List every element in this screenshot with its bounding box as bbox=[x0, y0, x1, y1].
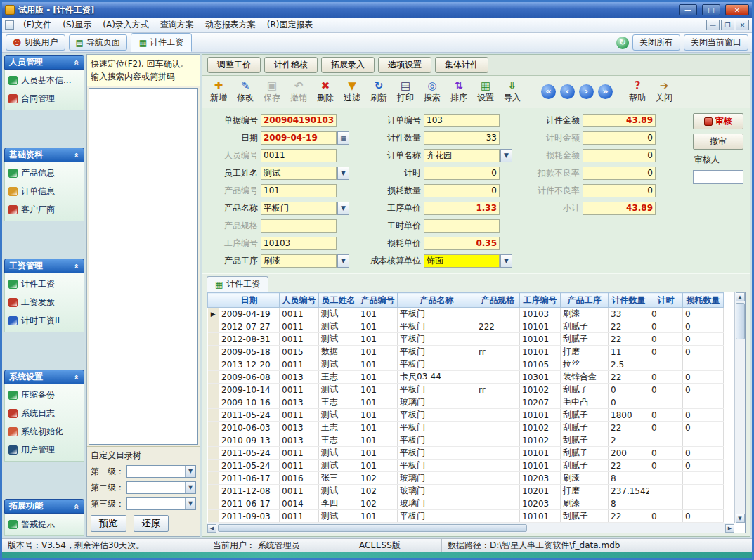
menu-item-query-plan[interactable]: 查询方案 bbox=[155, 18, 200, 32]
tree-level1-select[interactable]: ▼ bbox=[126, 465, 196, 478]
sidebar-group-header-base-data[interactable]: 基础资料« bbox=[4, 148, 84, 162]
table-row[interactable]: 2011-05-240011测试101平板门10101刮腻子180000 bbox=[208, 409, 724, 422]
nav-page-button[interactable]: ▤ 导航页面 bbox=[69, 34, 127, 51]
nav-first-button[interactable]: « bbox=[541, 84, 556, 99]
tab-group-piece[interactable]: 集体计件 bbox=[435, 57, 488, 73]
vertical-scrollbar[interactable]: ▲ ▼ bbox=[734, 292, 745, 523]
column-header-proc-name[interactable]: 产品工序 bbox=[561, 293, 609, 308]
table-row[interactable]: 2012-07-270011测试101平板门22210101刮腻子2200 bbox=[208, 320, 724, 333]
sidebar-group-header-personnel[interactable]: 人员管理« bbox=[4, 55, 84, 70]
sidebar-item-wage-pay[interactable]: 工资发放 bbox=[7, 295, 82, 310]
nav-last-button[interactable]: » bbox=[598, 84, 613, 99]
table-row[interactable]: 2009-10-140011测试101平板门rr10102刮腻子000 bbox=[208, 384, 724, 396]
preview-button[interactable]: 预览 bbox=[91, 515, 126, 532]
scroll-up-icon[interactable]: ▲ bbox=[736, 292, 745, 301]
settings-button[interactable]: ▦设置 bbox=[472, 79, 499, 104]
field-proc-no-input[interactable] bbox=[261, 237, 337, 250]
field-order-no-input[interactable] bbox=[424, 114, 500, 127]
table-row[interactable]: 2011-05-240011测试101平板门10101刮腻子2200 bbox=[208, 460, 724, 472]
field-time-amt-input[interactable] bbox=[583, 131, 656, 145]
sidebar-group-header-wage[interactable]: 工资管理« bbox=[4, 259, 84, 273]
column-header-prod-name[interactable]: 产品名称 bbox=[398, 293, 476, 308]
field-loss-qty-input[interactable] bbox=[424, 184, 500, 197]
close-current-button[interactable]: 关闭当前窗口 bbox=[684, 34, 748, 51]
sidebar-item-customer[interactable]: 客户厂商 bbox=[7, 202, 82, 217]
tab-extend-entry[interactable]: 拓展录入 bbox=[321, 57, 375, 73]
column-header-date[interactable]: 日期 bbox=[219, 293, 280, 308]
field-subtotal-input[interactable] bbox=[583, 202, 656, 215]
table-row[interactable]: 2009-06-080013王志101卡尺03-4410301装锌合金2200 bbox=[208, 371, 724, 384]
help-button[interactable]: ?帮助 bbox=[624, 79, 651, 104]
tab-piece-wage-active[interactable]: ▦ 计件工资 bbox=[131, 33, 192, 52]
field-emp-name-input[interactable] bbox=[261, 167, 337, 180]
table-row[interactable]: 2011-06-170016张三102玻璃门10203刷漆8 bbox=[208, 472, 724, 485]
sidebar-item-backup[interactable]: 压缩备份 bbox=[7, 388, 82, 403]
menu-item-dynamic-report[interactable]: 动态报表方案 bbox=[200, 18, 261, 32]
field-proc-name-lookup-button[interactable]: ▼ bbox=[337, 254, 349, 268]
hscroll-thumb[interactable] bbox=[218, 524, 527, 532]
table-row[interactable]: 2012-08-310011测试101平板门10101刮腻子2200 bbox=[208, 333, 724, 346]
field-date-calendar-button[interactable]: ▦ bbox=[337, 131, 349, 145]
sidebar-item-order-info[interactable]: 订单信息 bbox=[7, 184, 82, 199]
close-all-button[interactable]: 关闭所有 bbox=[632, 34, 680, 51]
menu-item-input-mode[interactable]: (A)录入方式 bbox=[97, 18, 155, 32]
tree-level3-select[interactable]: ▼ bbox=[126, 497, 196, 510]
sidebar-item-contract[interactable]: 合同管理 bbox=[7, 91, 82, 106]
column-header-proc-no[interactable]: 工序编号 bbox=[520, 293, 561, 308]
mdi-close-button[interactable]: ✕ bbox=[736, 20, 749, 30]
tab-adjust-price[interactable]: 调整工价 bbox=[207, 57, 261, 73]
vscroll-thumb[interactable] bbox=[736, 303, 745, 339]
menu-item-fixed-report[interactable]: (R)固定报表 bbox=[261, 18, 319, 32]
field-doc-no-input[interactable] bbox=[261, 114, 337, 127]
column-header-loss-qty[interactable]: 损耗数量 bbox=[683, 293, 724, 308]
scroll-left-icon[interactable]: ◀ bbox=[207, 524, 216, 533]
auditor-value-box[interactable] bbox=[693, 170, 743, 184]
table-row[interactable]: 2013-12-200011测试101平板门10105拉丝2.5 bbox=[208, 358, 724, 371]
table-row[interactable]: 2011-06-170014李四102玻璃门10203刷漆8 bbox=[208, 497, 724, 510]
table-row[interactable]: ▶2009-04-190011测试101平板门10103刷漆3300 bbox=[208, 308, 724, 320]
tree-level2-select[interactable]: ▼ bbox=[126, 481, 196, 494]
grid-tab[interactable]: ▦ 计件工资 bbox=[207, 276, 268, 292]
nav-prev-button[interactable]: ‹ bbox=[560, 84, 575, 99]
refresh-button[interactable]: ↻刷新 bbox=[365, 79, 392, 104]
field-emp-name-lookup-button[interactable]: ▼ bbox=[337, 167, 349, 180]
field-piece-qty-input[interactable] bbox=[424, 131, 500, 145]
scroll-right-icon[interactable]: ▶ bbox=[725, 524, 734, 533]
field-deduct-rate-input[interactable] bbox=[583, 167, 656, 180]
field-date-input[interactable] bbox=[261, 131, 337, 145]
field-loss-price-input[interactable] bbox=[424, 237, 500, 250]
field-time-qty-input[interactable] bbox=[424, 167, 500, 180]
table-row[interactable]: 2009-05-180015数据101平板门rr10101打磨1100 bbox=[208, 346, 724, 358]
search-result-list[interactable] bbox=[89, 88, 198, 445]
menu-item-view[interactable]: (S)显示 bbox=[57, 18, 97, 32]
table-row[interactable]: 2011-09-030011测试101平板门10101刮腻子2200 bbox=[208, 510, 724, 523]
delete-button[interactable]: ✖删除 bbox=[312, 79, 339, 104]
table-row[interactable]: 2010-06-030013王志101平板门10102刮腻子2200 bbox=[208, 422, 724, 434]
search-button[interactable]: ◎搜索 bbox=[419, 79, 446, 104]
unaudit-button[interactable]: 撤审 bbox=[693, 134, 743, 150]
field-prod-spec-input[interactable] bbox=[261, 219, 337, 233]
tab-piece-audit[interactable]: 计件稽核 bbox=[264, 57, 318, 73]
column-header-emp-name[interactable]: 员工姓名 bbox=[319, 293, 358, 308]
table-row[interactable]: 2011-05-240011测试101平板门10101刮腻子20000 bbox=[208, 447, 724, 460]
field-prod-no-input[interactable] bbox=[261, 184, 337, 197]
mdi-minimize-button[interactable]: — bbox=[706, 20, 720, 30]
maximize-button[interactable]: □ bbox=[702, 4, 720, 15]
scroll-down-icon[interactable]: ▼ bbox=[736, 514, 745, 523]
nav-next-button[interactable]: › bbox=[579, 84, 594, 99]
new-button[interactable]: ✚新增 bbox=[205, 79, 232, 104]
minimize-button[interactable]: — bbox=[679, 4, 697, 15]
column-header-prod-no[interactable]: 产品编号 bbox=[358, 293, 398, 308]
sidebar-item-sysinit[interactable]: 系统初始化 bbox=[7, 424, 82, 439]
close-button[interactable]: ✕ bbox=[725, 4, 749, 15]
close-button[interactable]: ➔关闭 bbox=[651, 79, 677, 104]
restore-button[interactable]: 还原 bbox=[134, 515, 169, 532]
field-prod-name-lookup-button[interactable]: ▼ bbox=[337, 202, 349, 215]
import-button[interactable]: ⇩导入 bbox=[499, 79, 526, 104]
sort-button[interactable]: ⇅排序 bbox=[446, 79, 472, 104]
field-proc-price-input[interactable] bbox=[424, 202, 500, 215]
print-button[interactable]: ▤打印 bbox=[392, 79, 419, 104]
field-cost-unit-input[interactable] bbox=[424, 254, 500, 268]
column-header-prod-spec[interactable]: 产品规格 bbox=[476, 293, 520, 308]
switch-user-button[interactable]: ☻ 切换用户 bbox=[6, 34, 65, 51]
